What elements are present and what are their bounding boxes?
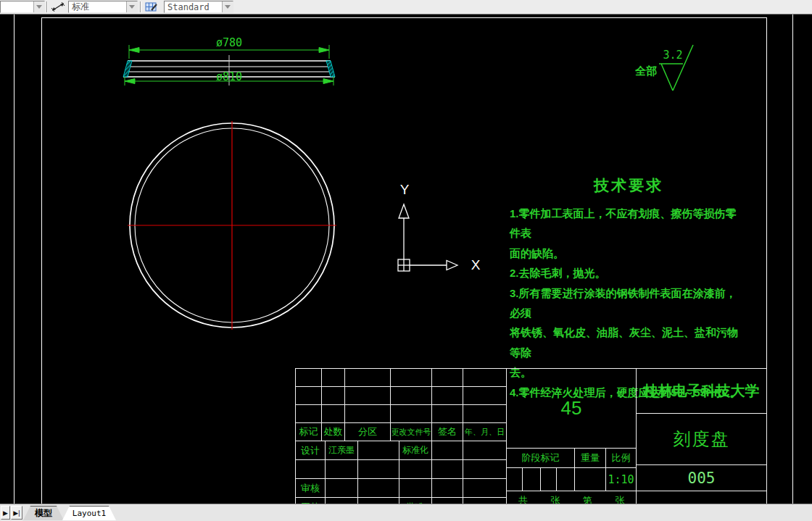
revision-cell (432, 369, 463, 387)
layer-combo-dropdown[interactable] (33, 1, 44, 12)
roles-cell (463, 441, 507, 460)
revision-table: 标记 处数 分区 更改文件号 签名 年、月、日 (295, 368, 506, 441)
roles-cell (432, 441, 463, 460)
dimension-text-bottom[interactable]: ø810 (207, 70, 251, 83)
revision-header-date: 年、月、日 (463, 423, 507, 441)
ucs-y-label: Y (396, 182, 413, 198)
dim-style-icon[interactable] (49, 1, 67, 13)
empty-cell (636, 491, 767, 504)
dim-style-combo[interactable]: 标准 (68, 1, 138, 13)
stage-cell (556, 467, 575, 491)
roles-cell (358, 460, 399, 479)
roles-cell (326, 498, 358, 504)
dimension-text-top[interactable]: ø780 (207, 36, 251, 49)
sheets-no-label: 第 (583, 494, 592, 504)
dim-style-icon-glyph (51, 1, 65, 12)
front-view-geometry[interactable] (128, 121, 336, 330)
revision-cell (432, 387, 463, 405)
revision-cell (296, 387, 322, 405)
revision-header-count: 处数 (322, 423, 345, 441)
sheets-total-label: 共 (518, 494, 528, 504)
role-approve-label: 批准 (399, 498, 432, 504)
roles-cell (326, 479, 358, 498)
text-style-combo[interactable]: Standard (164, 1, 233, 13)
revision-cell (463, 405, 507, 423)
chevron-down-icon (36, 5, 42, 9)
roles-cell (463, 479, 507, 498)
dim-style-combo-value: 标准 (69, 1, 126, 13)
part-name: 刻度盘 (636, 413, 767, 465)
revision-cell (296, 369, 322, 387)
sheets-word1: 张 (550, 494, 560, 504)
surface-finish-value: 3.2 (660, 49, 685, 62)
left-section-hatch (123, 61, 132, 77)
text-style-icon-glyph (145, 1, 158, 12)
stage-cell (522, 467, 541, 491)
drawing-number: 005 (636, 464, 767, 491)
material-cell: 45 (506, 368, 637, 449)
chevron-down-icon (225, 5, 231, 9)
role-review-label: 审核 (296, 479, 326, 498)
revision-cell (322, 405, 345, 423)
chevron-down-icon (129, 5, 135, 9)
revision-cell (391, 405, 432, 423)
tab-model[interactable]: 模型 (23, 506, 64, 520)
tech-requirements-title: 技术要求 (589, 175, 668, 196)
ucs-icon (398, 204, 457, 271)
revision-cell (322, 387, 345, 405)
revision-header-zone: 分区 (345, 423, 391, 441)
roles-cell (326, 460, 358, 479)
sheets-word2: 张 (615, 494, 624, 504)
surface-finish-scope: 全部 (635, 64, 661, 78)
right-section-hatch (326, 61, 335, 77)
scale-label: 比例 (605, 448, 637, 468)
revision-cell (296, 405, 322, 423)
revision-cell (345, 405, 391, 423)
roles-cell (358, 498, 399, 504)
revision-cell (463, 387, 507, 405)
revision-cell (463, 369, 507, 387)
roles-cell (463, 498, 507, 504)
layer-combo[interactable] (0, 1, 45, 13)
toolbar-separator (140, 1, 141, 12)
roles-cell (399, 479, 432, 498)
tab-layout1[interactable]: Layout1 (62, 506, 116, 520)
roles-cell (399, 460, 432, 479)
roles-cell (296, 460, 326, 479)
revision-cell (432, 405, 463, 423)
roles-table: 设计 江亲墨 标准化 审核 工艺 批准 (295, 441, 506, 504)
revision-cell (391, 387, 432, 405)
revision-cell (391, 369, 432, 387)
toolbar-separator (46, 1, 48, 12)
stage-mark-label: 阶段标记 (506, 448, 575, 468)
roles-cell (432, 498, 463, 504)
stage-cell (540, 467, 557, 491)
roles-cell (463, 460, 507, 479)
roles-cell (358, 479, 399, 498)
company-name: 桂林电子科技大学 (636, 368, 767, 414)
tab-nav-next-button[interactable]: ▶ (1, 506, 10, 520)
sheets-row: 共 张 第 张 (506, 491, 637, 504)
ucs-x-label: X (467, 257, 484, 273)
revision-header-file-no: 更改文件号 (391, 423, 432, 441)
scale-value: 1:10 (605, 467, 637, 491)
roles-cell (358, 441, 399, 460)
stage-cell (506, 467, 523, 491)
role-design-label: 设计 (296, 441, 326, 460)
weight-value-cell (574, 467, 606, 491)
model-space-canvas[interactable]: ø780 ø810 Y X 全部 3.2 技术要求 1.零件加工表面上，不应有划… (0, 14, 812, 504)
roles-cell (432, 479, 463, 498)
revision-header-mark: 标记 (296, 423, 322, 441)
text-style-icon[interactable] (143, 1, 160, 13)
text-style-combo-dropdown[interactable] (222, 1, 233, 12)
role-process-label: 工艺 (296, 498, 326, 504)
status-bar: ▶ ▶| 模型 Layout1 (0, 504, 812, 521)
revision-cell (345, 369, 391, 387)
revision-cell (322, 369, 345, 387)
designer-name: 江亲墨 (326, 441, 358, 460)
role-standardization-label: 标准化 (399, 441, 432, 460)
tab-nav-last-button[interactable]: ▶| (11, 506, 22, 520)
revision-cell (345, 387, 391, 405)
roles-cell (432, 460, 463, 479)
dim-style-combo-dropdown[interactable] (126, 1, 137, 12)
